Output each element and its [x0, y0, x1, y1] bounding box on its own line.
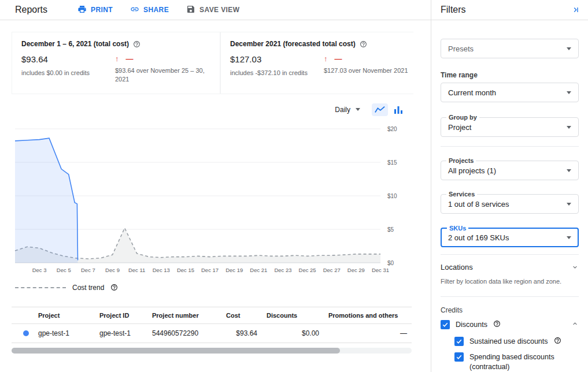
- summary-cards: December 1 – 6, 2021 (total cost) $93.64…: [12, 32, 413, 94]
- projects-value: All projects (1): [448, 166, 496, 175]
- cell-promotions: —: [324, 323, 412, 343]
- col-header-project: Project: [34, 307, 95, 323]
- filters-title: Filters: [441, 5, 466, 15]
- interval-select[interactable]: Daily: [335, 106, 360, 114]
- svg-text:$20: $20: [387, 125, 397, 132]
- forecast-cost-card: December 2021 (forecasted total cost) $1…: [221, 32, 428, 94]
- card-credits-note: includes -$372.10 in credits: [230, 69, 324, 76]
- cost-table: Project Project ID Project number Cost D…: [12, 307, 412, 343]
- svg-text:Dec 9: Dec 9: [105, 267, 120, 273]
- chevron-down-icon: [356, 108, 360, 111]
- chevron-down-icon: [567, 169, 571, 172]
- svg-text:Dec 31: Dec 31: [372, 267, 389, 273]
- increase-arrow-icon: ↑: [324, 54, 328, 63]
- services-value: 1 out of 8 services: [448, 200, 509, 209]
- projects-label: Projects: [446, 157, 476, 164]
- chevron-down-icon: [571, 263, 579, 271]
- group-by-value: Project: [448, 123, 471, 132]
- card-delta-note: $93.64 over November 25 – 30, 2021: [115, 66, 210, 84]
- projects-select[interactable]: Projects All projects (1): [441, 161, 579, 180]
- time-range-label: Time range: [441, 71, 579, 79]
- svg-text:$15: $15: [387, 159, 397, 165]
- help-icon[interactable]: [133, 40, 140, 48]
- skus-label: SKUs: [447, 225, 468, 232]
- svg-text:Dec 19: Dec 19: [225, 267, 243, 273]
- line-chart-icon: [375, 106, 385, 114]
- svg-text:Dec 13: Dec 13: [153, 267, 170, 273]
- share-label: SHARE: [143, 6, 169, 14]
- billing-reports-page: Reports PRINT SHARE SAVE VIEW December 1…: [0, 0, 588, 372]
- horizontal-scrollbar[interactable]: [12, 348, 412, 354]
- collapse-panel-button[interactable]: [569, 5, 579, 14]
- card-amount: $93.64: [21, 54, 115, 64]
- no-change-dash-icon: —: [335, 54, 342, 63]
- cost-trend-line-sample: [15, 287, 66, 288]
- check-icon: [456, 338, 463, 345]
- discounts-checkbox[interactable]: [441, 320, 450, 329]
- locations-section-toggle[interactable]: Locations: [441, 263, 579, 271]
- chart-controls: Daily: [0, 103, 406, 116]
- locations-helper-text: Filter by location data like region and …: [441, 277, 579, 286]
- no-change-dash-icon: —: [126, 54, 134, 63]
- svg-text:Dec 21: Dec 21: [250, 267, 267, 273]
- scrollbar-thumb[interactable]: [12, 348, 340, 354]
- legend-label: Cost trend: [72, 284, 104, 292]
- svg-text:Dec 5: Dec 5: [57, 267, 71, 273]
- group-by-label: Group by: [446, 114, 479, 121]
- services-label: Services: [446, 191, 477, 198]
- chart-legend: Cost trend: [15, 284, 431, 292]
- help-icon[interactable]: [110, 284, 118, 291]
- svg-text:$5: $5: [387, 226, 394, 232]
- svg-text:Dec 7: Dec 7: [81, 267, 95, 273]
- cell-project-id: gpe-test-1: [95, 323, 147, 343]
- chevron-down-icon: [567, 236, 571, 239]
- bar-chart-toggle[interactable]: [390, 103, 406, 116]
- help-icon[interactable]: [360, 40, 367, 48]
- col-header-cost: Cost: [221, 307, 262, 323]
- chevron-down-icon: [567, 47, 571, 50]
- cost-chart: $0$5$10$15$20Dec 3Dec 5Dec 7Dec 9Dec 11D…: [12, 120, 431, 281]
- print-icon: [77, 5, 87, 16]
- svg-text:Dec 17: Dec 17: [201, 267, 219, 273]
- svg-text:$0: $0: [387, 259, 394, 266]
- discounts-row: Discounts: [441, 320, 579, 330]
- sustained-discounts-checkbox[interactable]: [454, 337, 464, 346]
- share-button[interactable]: SHARE: [130, 5, 169, 16]
- interval-value: Daily: [335, 106, 350, 114]
- spending-discounts-label: Spending based discounts (contractual): [469, 352, 562, 372]
- spending-discounts-checkbox[interactable]: [454, 352, 464, 362]
- col-header-project-id: Project ID: [95, 307, 147, 323]
- svg-text:Dec 23: Dec 23: [274, 267, 291, 273]
- time-range-select[interactable]: Current month: [441, 83, 579, 102]
- check-icon: [456, 354, 463, 360]
- series-color-dot: [23, 330, 29, 336]
- save-view-label: SAVE VIEW: [199, 6, 239, 14]
- print-button[interactable]: PRINT: [77, 5, 113, 16]
- help-icon[interactable]: [554, 337, 561, 344]
- line-chart-toggle[interactable]: [372, 103, 388, 116]
- chevron-up-icon: [571, 320, 579, 328]
- card-title: December 1 – 6, 2021 (total cost): [21, 40, 129, 48]
- collapse-credits-button[interactable]: [571, 320, 579, 328]
- col-header-discounts: Discounts: [262, 307, 324, 323]
- svg-text:Dec 11: Dec 11: [128, 267, 145, 273]
- skus-value: 2 out of 169 SKUs: [448, 233, 509, 242]
- presets-select[interactable]: Presets: [441, 39, 579, 58]
- help-icon[interactable]: [493, 320, 501, 328]
- group-by-select[interactable]: Group by Project: [441, 117, 579, 137]
- skus-select[interactable]: SKUs 2 out of 169 SKUs: [441, 228, 579, 247]
- main-content: Reports PRINT SHARE SAVE VIEW December 1…: [0, 0, 431, 372]
- locations-label: Locations: [441, 263, 473, 271]
- svg-text:Dec 15: Dec 15: [177, 267, 194, 273]
- keyboard-tab-icon: [569, 5, 579, 14]
- save-view-button[interactable]: SAVE VIEW: [186, 5, 239, 16]
- share-link-icon: [130, 5, 139, 16]
- table-row: gpe-test-1 gpe-test-1 544960572290 $93.6…: [12, 323, 412, 343]
- svg-text:Dec 3: Dec 3: [32, 267, 47, 273]
- sustained-discounts-label: Sustained use discounts: [469, 337, 548, 347]
- services-select[interactable]: Services 1 out of 8 services: [441, 194, 579, 214]
- toolbar: Reports PRINT SHARE SAVE VIEW: [0, 0, 431, 20]
- check-icon: [442, 321, 449, 328]
- chevron-down-icon: [567, 91, 571, 94]
- divider: [441, 296, 579, 297]
